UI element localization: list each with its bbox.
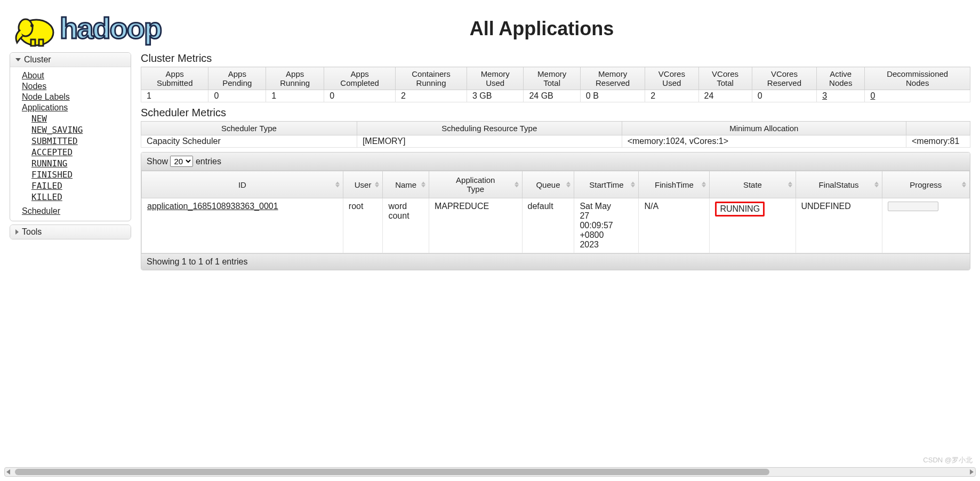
sidebar-app-states: NEW NEW_SAVING SUBMITTED ACCEPTED RUNNIN… xyxy=(10,113,131,203)
sort-icon xyxy=(375,182,379,188)
sidebar-state-running[interactable]: RUNNING xyxy=(31,158,131,169)
cluster-metric-header: AppsPending xyxy=(208,67,266,90)
cluster-metric-header: ContainersRunning xyxy=(396,67,467,90)
applications-table: IDUserNameApplicationTypeQueueStartTimeF… xyxy=(141,171,970,253)
app-finalstatus-cell: UNDEFINED xyxy=(796,198,882,253)
sidebar-state-new-saving[interactable]: NEW_SAVING xyxy=(31,124,131,135)
scheduler-metrics-table: Scheduler TypeScheduling Resource TypeMi… xyxy=(141,121,970,148)
app-user-cell: root xyxy=(343,198,383,253)
metric-link[interactable]: 0 xyxy=(870,91,875,100)
scheduler-metric-header xyxy=(906,122,970,135)
sidebar-cluster-header[interactable]: Cluster xyxy=(10,53,131,67)
sidebar-cluster-title: Cluster xyxy=(24,55,51,65)
app-start-cell: Sat May2700:09:57+08002023 xyxy=(574,198,639,253)
svg-rect-3 xyxy=(39,39,43,46)
sidebar-link-scheduler[interactable]: Scheduler xyxy=(10,206,131,217)
sidebar-link-about[interactable]: About xyxy=(10,70,131,81)
sort-icon xyxy=(788,182,792,188)
entries-select[interactable]: 20 xyxy=(170,156,193,167)
sort-icon xyxy=(421,182,425,188)
cluster-metric-cell: 2 xyxy=(396,90,467,102)
scheduler-metric-cell: [MEMORY] xyxy=(357,135,622,148)
show-label-post: entries xyxy=(196,157,221,166)
sidebar-link-applications[interactable]: Applications xyxy=(10,102,131,113)
apps-column-header[interactable]: State xyxy=(710,171,796,198)
main-content: Cluster Metrics AppsSubmittedAppsPending… xyxy=(141,52,970,270)
cluster-metric-cell: 3 GB xyxy=(467,90,524,102)
sidebar-tools-header[interactable]: Tools xyxy=(10,225,131,239)
cluster-metric-header: DecommissionedNodes xyxy=(865,67,970,90)
page-title: All Applications xyxy=(113,18,970,40)
cluster-metric-cell: 2 xyxy=(645,90,698,102)
apps-info-text: Showing 1 to 1 of 1 entries xyxy=(141,253,970,270)
scheduler-metrics-title: Scheduler Metrics xyxy=(141,107,970,119)
elephant-icon xyxy=(10,9,59,49)
apps-column-header[interactable]: ID xyxy=(142,171,343,198)
cluster-metrics-table: AppsSubmittedAppsPendingAppsRunningAppsC… xyxy=(141,67,970,102)
apps-column-header[interactable]: Queue xyxy=(522,171,574,198)
cluster-metric-header: VCoresTotal xyxy=(698,67,752,90)
app-state-cell: RUNNING xyxy=(710,198,796,253)
cluster-metric-header: AppsCompleted xyxy=(324,67,396,90)
sort-icon xyxy=(962,182,966,188)
app-finish-cell: N/A xyxy=(639,198,710,253)
sidebar-state-submitted[interactable]: SUBMITTED xyxy=(31,135,131,147)
sort-icon xyxy=(335,182,340,188)
sort-icon xyxy=(702,182,706,188)
cluster-metric-cell: 0 B xyxy=(580,90,645,102)
table-row: application_1685108938363_0001rootwordco… xyxy=(142,198,970,253)
sort-icon xyxy=(515,182,519,188)
cluster-metric-cell: 0 xyxy=(208,90,266,102)
cluster-metric-cell: 3 xyxy=(817,90,865,102)
sidebar-tools-title: Tools xyxy=(22,227,42,237)
sidebar-state-accepted[interactable]: ACCEPTED xyxy=(31,147,131,158)
scheduler-metric-cell: Capacity Scheduler xyxy=(141,135,357,148)
cluster-metric-header: MemoryReserved xyxy=(580,67,645,90)
app-id-cell: application_1685108938363_0001 xyxy=(142,198,343,253)
cluster-metric-header: MemoryTotal xyxy=(524,67,580,90)
cluster-metric-cell: 24 xyxy=(698,90,752,102)
page-header: hadoop All Applications xyxy=(4,4,976,52)
show-label-pre: Show xyxy=(147,157,168,166)
apps-column-header[interactable]: StartTime xyxy=(574,171,639,198)
app-name-cell: wordcount xyxy=(383,198,429,253)
apps-column-header[interactable]: FinalStatus xyxy=(796,171,882,198)
cluster-metric-cell: 24 GB xyxy=(524,90,580,102)
progress-bar xyxy=(888,202,938,211)
cluster-metric-header: ActiveNodes xyxy=(817,67,865,90)
cluster-metric-cell: 0 xyxy=(752,90,816,102)
apps-column-header[interactable]: FinishTime xyxy=(639,171,710,198)
sidebar-cluster-box: Cluster About Nodes Node Labels Applicat… xyxy=(10,52,131,221)
cluster-metric-header: MemoryUsed xyxy=(467,67,524,90)
sidebar-state-killed[interactable]: KILLED xyxy=(31,191,131,203)
app-progress-cell xyxy=(882,198,969,253)
cluster-metric-cell: 0 xyxy=(324,90,396,102)
sidebar-link-nodes[interactable]: Nodes xyxy=(10,81,131,92)
sidebar-state-finished[interactable]: FINISHED xyxy=(31,169,131,180)
apps-column-header[interactable]: Progress xyxy=(882,171,969,198)
app-queue-cell: default xyxy=(522,198,574,253)
apps-column-header[interactable]: ApplicationType xyxy=(429,171,522,198)
scheduler-metric-header: Minimum Allocation xyxy=(622,122,906,135)
sidebar-state-new[interactable]: NEW xyxy=(31,113,131,124)
scheduler-metric-header: Scheduling Resource Type xyxy=(357,122,622,135)
sidebar-tools-box: Tools xyxy=(10,225,131,239)
svg-point-2 xyxy=(30,24,34,27)
sort-icon xyxy=(631,182,635,188)
sidebar-link-node-labels[interactable]: Node Labels xyxy=(10,92,131,102)
metric-link[interactable]: 3 xyxy=(822,91,827,100)
apps-column-header[interactable]: Name xyxy=(383,171,429,198)
cluster-metric-header: VCoresReserved xyxy=(752,67,816,90)
sidebar-state-failed[interactable]: FAILED xyxy=(31,180,131,191)
state-highlight: RUNNING xyxy=(715,202,765,217)
svg-rect-4 xyxy=(31,39,35,46)
cluster-metric-header: AppsSubmitted xyxy=(141,67,208,90)
cluster-metrics-title: Cluster Metrics xyxy=(141,52,970,65)
apps-length-control: Show 20 entries xyxy=(141,153,970,171)
application-id-link[interactable]: application_1685108938363_0001 xyxy=(147,202,278,211)
sort-icon xyxy=(874,182,879,188)
applications-table-wrap: Show 20 entries IDUserNameApplicationTyp… xyxy=(141,152,970,270)
caret-right-icon xyxy=(15,229,19,235)
scheduler-metric-header: Scheduler Type xyxy=(141,122,357,135)
apps-column-header[interactable]: User xyxy=(343,171,383,198)
